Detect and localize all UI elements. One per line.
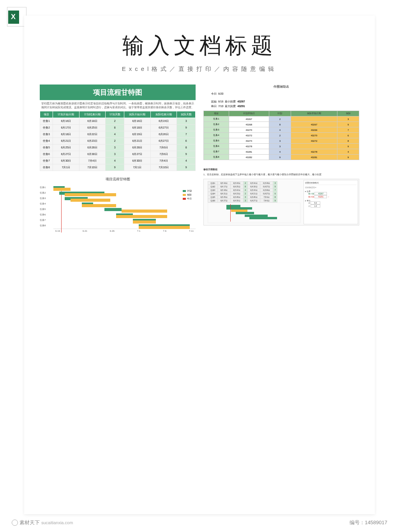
aux-min-value: 43267 bbox=[237, 100, 245, 103]
gantt-chart-title: 项目流程甘特图 bbox=[40, 177, 196, 182]
left-column: 项目流程甘特图 甘特图又称为横道图或条形统计图表示特定项目的活动顺序与计划时间。… bbox=[40, 85, 196, 240]
excel-icon bbox=[7, 7, 26, 26]
instructions-text: 1、双击坐标轴，把坐标轴选项下边界中输入最小值与最大值，最大值与最小值取自作图辅… bbox=[203, 173, 359, 176]
brand-name: 素材天下 bbox=[19, 519, 40, 526]
aux-data-table: 项目计划开始日计划实际开始日期实际 任务14326723任务2432688432… bbox=[203, 111, 359, 160]
gantt-chart: 计划 实际 今日 任务1任务2任务3任务4任务5任务6任务7任务8 6-166-… bbox=[40, 185, 196, 240]
aux-end-label: 终日 bbox=[211, 105, 217, 107]
instructions-heading: 修改日期教程 bbox=[203, 168, 359, 171]
aux-table-title: 作图辅助表 bbox=[203, 85, 359, 89]
document-title: 输入文档标题 bbox=[40, 31, 359, 61]
gantt-x-axis: 6-166-216-267-17-67-11 bbox=[53, 229, 196, 232]
axis-options-panel: 设置坐标轴格式 坐标轴选项 ▾ ▸ 边界 最小值 43267 最大值 43291… bbox=[304, 180, 358, 224]
gantt-description: 甘特图又称为横道图或条形统计图表示特定项目的活动顺序与计划时间。一条线条图，横轴… bbox=[40, 100, 196, 111]
right-column: 作图辅助表 今日 6/20 起始 6/16 最小刻度 43267 终日 7/10… bbox=[203, 85, 359, 240]
document-subtitle: Excel格式／直接打印／内容随意编辑 bbox=[40, 65, 359, 73]
aux-max-label: 最大刻度 bbox=[225, 105, 236, 107]
small-chart-preview bbox=[208, 203, 300, 223]
instruction-screenshot: 任务16月16日6月18日26月16日6月19日3任务26月17日6月25日86… bbox=[203, 179, 359, 225]
document-page: 输入文档标题 Excel格式／直接打印／内容随意编辑 项目流程甘特图 甘特图又称… bbox=[24, 16, 375, 514]
aux-end-date: 7/10 bbox=[218, 105, 224, 107]
id-label: 编号： bbox=[350, 520, 365, 525]
aux-min-label: 最小刻度 bbox=[225, 100, 236, 103]
aux-start-label: 起始 bbox=[211, 100, 217, 103]
page-footer: 素材天下 sucaitianxia.com 编号：14589017 bbox=[0, 519, 399, 526]
id-value: 14589017 bbox=[365, 520, 387, 525]
gantt-title: 项目流程甘特图 bbox=[40, 85, 196, 100]
aux-today-label: 今日 bbox=[211, 92, 217, 95]
aux-max-value: 43291 bbox=[237, 105, 245, 107]
small-instruction-table: 任务16月16日6月18日26月16日6月19日3任务26月17日6月25日86… bbox=[208, 181, 277, 203]
instructions-section: 修改日期教程 1、双击坐标轴，把坐标轴选项下边界中输入最小值与最大值，最大值与最… bbox=[203, 168, 359, 225]
gantt-data-table: 项目计划开始日期计划结束日期计划天数实际开始日期实际结束日期实际天数 任务16月… bbox=[40, 111, 196, 171]
aux-today-value: 6/20 bbox=[218, 92, 224, 95]
content-area: 项目流程甘特图 甘特图又称为横道图或条形统计图表示特定项目的活动顺序与计划时间。… bbox=[40, 85, 359, 240]
document-id: 编号：14589017 bbox=[350, 519, 387, 526]
aux-start-date: 6/16 bbox=[218, 100, 224, 103]
brand-domain: sucaitianxia.com bbox=[41, 520, 73, 525]
site-brand: 素材天下 sucaitianxia.com bbox=[12, 519, 73, 526]
brand-logo-icon bbox=[12, 520, 18, 526]
